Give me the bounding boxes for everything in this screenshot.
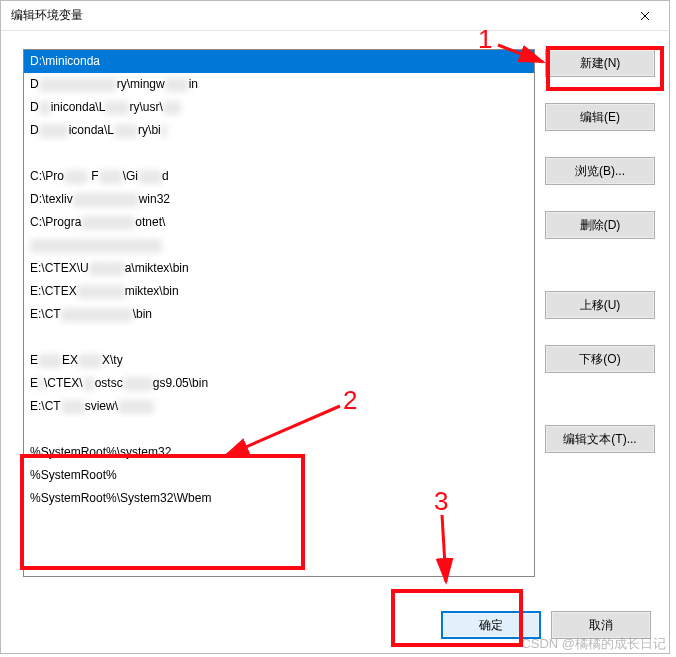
delete-button[interactable]: 删除(D): [545, 211, 655, 239]
env-var-dialog: 编辑环境变量 D:\minicondaD\miniconda\Liry\ming…: [0, 0, 670, 654]
list-item[interactable]: E:\CTEX\Gsview\gsview: [24, 395, 534, 418]
list-item[interactable]: D:\texlive\2022\bin\win32: [24, 188, 534, 211]
list-item[interactable]: C:\Program Files\Git\cmd: [24, 165, 534, 188]
list-item[interactable]: D:\miniconda: [24, 50, 534, 73]
edit-button[interactable]: 编辑(E): [545, 103, 655, 131]
list-item[interactable]: xxxxxxxxxxxxxxxxxxxxxx: [24, 234, 534, 257]
moveup-button[interactable]: 上移(U): [545, 291, 655, 319]
list-item[interactable]: [24, 326, 534, 349]
edittext-button[interactable]: 编辑文本(T)...: [545, 425, 655, 453]
list-item[interactable]: E:\CTEX\UserData\miktex\bin: [24, 257, 534, 280]
close-button[interactable]: [625, 2, 665, 30]
watermark: CSDN @橘橘的成长日记: [521, 635, 666, 653]
dialog-footer: 确定 取消: [23, 603, 655, 639]
list-item[interactable]: D\miniconda\Liry\mingw64\bin: [24, 73, 534, 96]
browse-button[interactable]: 浏览(B)...: [545, 157, 655, 185]
list-item[interactable]: %SystemRoot%: [24, 464, 534, 487]
dialog-title: 编辑环境变量: [11, 7, 83, 24]
list-item[interactable]: E:\CTEX\CTEX\ty: [24, 349, 534, 372]
path-listbox[interactable]: D:\minicondaD\miniconda\Liry\mingw64\bin…: [23, 49, 535, 577]
movedown-button[interactable]: 下移(O): [545, 345, 655, 373]
list-item[interactable]: [24, 142, 534, 165]
list-item[interactable]: E:\CTEX\Ghostscript\gs9.05\bin: [24, 372, 534, 395]
list-item[interactable]: C:\Program Files\dotnet\: [24, 211, 534, 234]
new-button[interactable]: 新建(N): [545, 49, 655, 77]
close-icon: [640, 11, 650, 21]
main-area: D:\minicondaD\miniconda\Liry\mingw64\bin…: [23, 49, 655, 593]
list-item[interactable]: E:\CTEX\CTEX\ctex\bin: [24, 303, 534, 326]
list-item[interactable]: D:\miniconda\Library\bin: [24, 119, 534, 142]
button-sidebar: 新建(N) 编辑(E) 浏览(B)... 删除(D) 上移(U) 下移(O) 编…: [545, 49, 655, 593]
list-item[interactable]: [24, 418, 534, 441]
list-item[interactable]: D\miniconda\Library\usr\bin: [24, 96, 534, 119]
dialog-content: D:\minicondaD\miniconda\Liry\mingw64\bin…: [1, 31, 669, 653]
list-item[interactable]: %SystemRoot%\System32\Wbem: [24, 487, 534, 510]
list-item[interactable]: E:\CTEX\MiKTeX\miktex\bin: [24, 280, 534, 303]
titlebar: 编辑环境变量: [1, 1, 669, 31]
list-item[interactable]: %SystemRoot%\system32: [24, 441, 534, 464]
